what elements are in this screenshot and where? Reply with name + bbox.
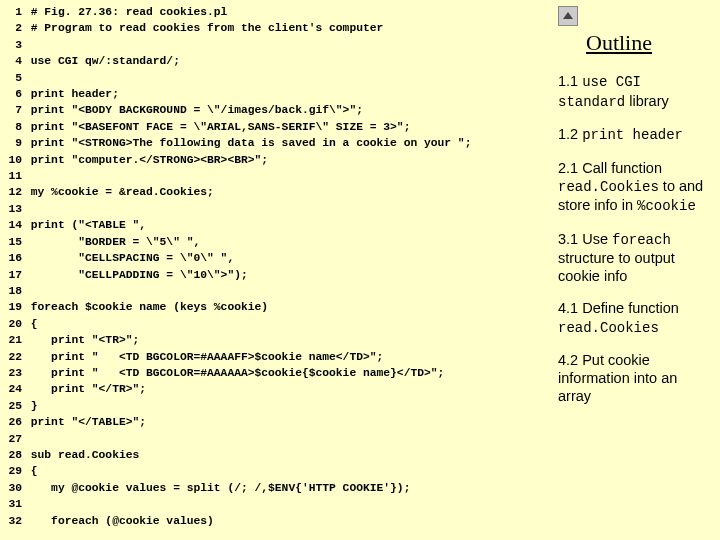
line-number: 17 xyxy=(0,267,22,283)
line-number: 21 xyxy=(0,332,22,348)
code-text: print "</TABLE>"; xyxy=(24,416,146,428)
outline-text: 3.1 Use xyxy=(558,231,612,247)
code-text xyxy=(24,433,31,445)
code-line: 30 my @cookie values = split (/; /,$ENV{… xyxy=(0,480,552,496)
line-number: 1 xyxy=(0,4,22,20)
line-number: 24 xyxy=(0,381,22,397)
outline-item: 4.2 Put cookie information into an array xyxy=(558,351,714,405)
line-number: 27 xyxy=(0,431,22,447)
code-text: print header; xyxy=(24,88,119,100)
line-number: 11 xyxy=(0,168,22,184)
line-number: 19 xyxy=(0,299,22,315)
outline-mono: read.Cookies xyxy=(558,320,659,336)
outline-text: 4.1 Define function xyxy=(558,300,679,316)
line-number: 25 xyxy=(0,398,22,414)
code-panel: 1 # Fig. 27.36: read cookies.pl2 # Progr… xyxy=(0,0,552,540)
code-line: 1 # Fig. 27.36: read cookies.pl xyxy=(0,4,552,20)
code-line: 28 sub read.Cookies xyxy=(0,447,552,463)
code-text xyxy=(24,498,31,510)
code-text: my @cookie values = split (/; /,$ENV{'HT… xyxy=(24,482,410,494)
line-number: 16 xyxy=(0,250,22,266)
outline-item: 1.2 print header xyxy=(558,125,714,145)
code-text: # Program to read cookies from the clien… xyxy=(24,22,383,34)
code-line: 5 xyxy=(0,70,552,86)
code-text: print "<STRONG>The following data is sav… xyxy=(24,137,471,149)
container: 1 # Fig. 27.36: read cookies.pl2 # Progr… xyxy=(0,0,720,540)
line-number: 10 xyxy=(0,152,22,168)
code-line: 16 "CELLSPACING = \"0\" ", xyxy=(0,250,552,266)
code-text: } xyxy=(24,400,38,412)
code-line: 11 xyxy=(0,168,552,184)
code-line: 6 print header; xyxy=(0,86,552,102)
outline-mono: read.Cookies xyxy=(558,179,659,195)
code-text: print "<BODY BACKGROUND = \"/images/back… xyxy=(24,104,363,116)
code-text: print ("<TABLE ", xyxy=(24,219,146,231)
code-line: 15 "BORDER = \"5\" ", xyxy=(0,234,552,250)
line-number: 22 xyxy=(0,349,22,365)
code-line: 7 print "<BODY BACKGROUND = \"/images/ba… xyxy=(0,102,552,118)
outline-items: 1.1 use CGI standard library1.2 print he… xyxy=(558,72,714,405)
code-text: print " <TD BGCOLOR=#AAAAAA>$cookie{$coo… xyxy=(24,367,444,379)
code-text: print "</TR>"; xyxy=(24,383,146,395)
code-line: 21 print "<TR>"; xyxy=(0,332,552,348)
code-text: my %cookie = &read.Cookies; xyxy=(24,186,214,198)
code-text xyxy=(24,170,31,182)
line-number: 4 xyxy=(0,53,22,69)
line-number: 32 xyxy=(0,513,22,529)
line-number: 15 xyxy=(0,234,22,250)
code-line: 27 xyxy=(0,431,552,447)
code-line: 25 } xyxy=(0,398,552,414)
code-line: 3 xyxy=(0,37,552,53)
code-line: 26 print "</TABLE>"; xyxy=(0,414,552,430)
code-text xyxy=(24,203,31,215)
code-line: 13 xyxy=(0,201,552,217)
code-line: 23 print " <TD BGCOLOR=#AAAAAA>$cookie{$… xyxy=(0,365,552,381)
code-text xyxy=(24,39,31,51)
line-number: 18 xyxy=(0,283,22,299)
code-line: 17 "CELLPADDING = \"10\">"); xyxy=(0,267,552,283)
line-number: 2 xyxy=(0,20,22,36)
outline-text: 2.1 Call function xyxy=(558,160,662,176)
line-number: 3 xyxy=(0,37,22,53)
code-line: 10 print "computer.</STRONG><BR><BR>"; xyxy=(0,152,552,168)
code-text: sub read.Cookies xyxy=(24,449,139,461)
line-number: 30 xyxy=(0,480,22,496)
outline-mono: foreach xyxy=(612,232,671,248)
line-number: 26 xyxy=(0,414,22,430)
outline-text: library xyxy=(625,93,669,109)
outline-mono: print header xyxy=(582,127,683,143)
code-text: { xyxy=(24,318,38,330)
outline-title: Outline xyxy=(586,30,714,56)
line-number: 23 xyxy=(0,365,22,381)
line-number: 28 xyxy=(0,447,22,463)
outline-sidebar: Outline 1.1 use CGI standard library1.2 … xyxy=(552,0,720,540)
code-line: 2 # Program to read cookies from the cli… xyxy=(0,20,552,36)
outline-mono: %cookie xyxy=(637,198,696,214)
code-text: print "<BASEFONT FACE = \"ARIAL,SANS-SER… xyxy=(24,121,410,133)
code-text xyxy=(24,72,31,84)
code-text: # Fig. 27.36: read cookies.pl xyxy=(24,6,227,18)
line-number: 14 xyxy=(0,217,22,233)
code-text: print "computer.</STRONG><BR><BR>"; xyxy=(24,154,268,166)
code-line: 31 xyxy=(0,496,552,512)
line-number: 5 xyxy=(0,70,22,86)
code-text xyxy=(24,285,31,297)
code-line: 8 print "<BASEFONT FACE = \"ARIAL,SANS-S… xyxy=(0,119,552,135)
code-text: print " <TD BGCOLOR=#AAAAFF>$cookie name… xyxy=(24,351,383,363)
code-line: 9 print "<STRONG>The following data is s… xyxy=(0,135,552,151)
line-number: 31 xyxy=(0,496,22,512)
line-number: 9 xyxy=(0,135,22,151)
outline-item: 3.1 Use foreach structure to output cook… xyxy=(558,230,714,286)
code-text: "BORDER = \"5\" ", xyxy=(24,236,200,248)
line-number: 20 xyxy=(0,316,22,332)
code-line: 4 use CGI qw/:standard/; xyxy=(0,53,552,69)
outline-text: 1.2 xyxy=(558,126,582,142)
line-number: 12 xyxy=(0,184,22,200)
up-arrow-icon[interactable] xyxy=(558,6,578,26)
code-text: print "<TR>"; xyxy=(24,334,139,346)
code-line: 12 my %cookie = &read.Cookies; xyxy=(0,184,552,200)
line-number: 13 xyxy=(0,201,22,217)
code-line: 20 { xyxy=(0,316,552,332)
code-text: use CGI qw/:standard/; xyxy=(24,55,180,67)
code-line: 32 foreach (@cookie values) xyxy=(0,513,552,529)
